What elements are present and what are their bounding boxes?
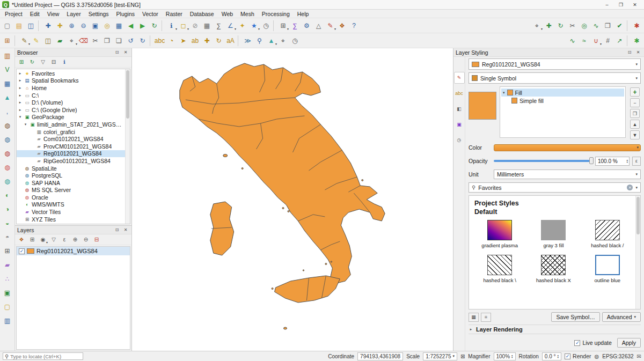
- tab-history[interactable]: ◷: [454, 134, 465, 146]
- float-panel-icon[interactable]: ⊡: [113, 227, 121, 233]
- tab-labels[interactable]: abc: [454, 87, 465, 99]
- unit-dropdown[interactable]: Millimeters ▾: [494, 170, 641, 179]
- close-panel-icon[interactable]: ✕: [122, 227, 129, 233]
- menu-item[interactable]: Settings: [85, 10, 113, 18]
- manage-map-themes[interactable]: ◉: [38, 235, 48, 245]
- zoom-out[interactable]: ⊖: [78, 20, 89, 31]
- move-up-button[interactable]: ▲: [630, 120, 640, 129]
- zoom-to-layer[interactable]: ▦: [113, 20, 125, 31]
- vertex-editor[interactable]: ⌖: [531, 20, 543, 31]
- close-button[interactable]: ✕: [628, 1, 642, 9]
- expander-icon[interactable]: ▸: [18, 108, 23, 112]
- duplicate-symbol-layer-button[interactable]: ❐: [630, 109, 640, 118]
- style-gradient-plasma[interactable]: gradient plasma: [474, 220, 525, 248]
- metasearch[interactable]: ⚲: [254, 35, 265, 46]
- close-panel-icon[interactable]: ✕: [634, 49, 642, 56]
- scale-lock-icon[interactable]: ⊠: [460, 353, 465, 359]
- opacity-slider-handle[interactable]: [589, 157, 594, 164]
- opacity-slider[interactable]: [494, 160, 592, 162]
- layer-labeling[interactable]: abc: [154, 35, 165, 46]
- toggle-editing[interactable]: ✎: [31, 35, 42, 46]
- open-layer-styling[interactable]: ❖: [17, 235, 26, 245]
- render-checkbox[interactable]: ✓: [565, 353, 570, 359]
- expander-icon[interactable]: ▸: [18, 86, 23, 90]
- expander-icon[interactable]: ▾: [23, 122, 28, 127]
- scale-combo[interactable]: 1:7252275 ▾: [423, 352, 457, 360]
- advanced-digitizing-panel[interactable]: #: [602, 35, 613, 46]
- live-update-checkbox[interactable]: ✓: [574, 340, 580, 346]
- browser-item-home[interactable]: ▸ ⌂ Home: [17, 84, 130, 92]
- browser-item-geopackage[interactable]: ▾ ▣ GeoPackage: [17, 114, 130, 121]
- save-layer-edits[interactable]: ◫: [42, 35, 54, 46]
- icon-view-button[interactable]: ▦: [469, 313, 479, 322]
- new-shapefile-layer[interactable]: ▢: [2, 301, 13, 313]
- save-symbol-button[interactable]: Save Symbol…: [551, 312, 599, 322]
- layer-rendering-section[interactable]: ▸ Layer Rendering: [469, 325, 641, 334]
- symbol-tree-fill-row[interactable]: ▾ Fill: [501, 89, 624, 97]
- crs-value[interactable]: EPSG:32632: [602, 353, 633, 359]
- browser-item-wcs[interactable]: ◑ WCS: [17, 223, 130, 224]
- browser-properties[interactable]: ℹ: [60, 57, 69, 67]
- styling-layer-selector[interactable]: Reg01012021_WGS84 ▾: [469, 58, 641, 70]
- menu-item[interactable]: Mesh: [237, 10, 258, 18]
- list-view-button[interactable]: ≡: [481, 313, 491, 322]
- symbol-tree-simple-fill-row[interactable]: Simple fill: [510, 97, 624, 105]
- add-mssql-layer[interactable]: ◍: [2, 148, 13, 159]
- scp-plugin[interactable]: ✱: [631, 20, 642, 31]
- advanced-button[interactable]: Advanced▾: [602, 312, 641, 322]
- expander-icon[interactable]: ▸: [18, 71, 23, 76]
- style-hashed-black-back[interactable]: hashed black \: [474, 255, 525, 283]
- browser-item-gpkg-file[interactable]: ▾ ▣ limiti_admin_STAT_2021_WGS84.gpkg: [17, 121, 130, 128]
- chevron-down-icon[interactable]: ▾: [635, 186, 638, 190]
- zoom-in[interactable]: ⊕: [66, 20, 77, 31]
- filter-by-expression[interactable]: ε: [60, 235, 69, 245]
- browser-refresh[interactable]: ↻: [27, 57, 37, 67]
- locate-box[interactable]: ⚲: [3, 352, 83, 360]
- browser-item-spatialite[interactable]: ◍ SpatiaLite: [17, 165, 130, 172]
- browser-item-mssql[interactable]: ◍ MS SQL Server: [17, 187, 130, 194]
- expander-icon[interactable]: ▾: [18, 115, 23, 119]
- rotate-feature[interactable]: ↻: [555, 20, 566, 31]
- locate-input[interactable]: [10, 353, 81, 359]
- remove-symbol-layer-button[interactable]: −: [630, 98, 640, 107]
- copy-features[interactable]: ❐: [101, 35, 113, 46]
- menu-item[interactable]: Help: [294, 10, 313, 18]
- expander-icon[interactable]: ▸: [18, 93, 23, 98]
- tab-symbology[interactable]: ✎: [454, 72, 465, 84]
- add-wms-layer[interactable]: ◐: [2, 189, 13, 201]
- new-virtual-layer[interactable]: ▥: [2, 315, 13, 327]
- browser-item-spatial-bookmarks[interactable]: ▸ ▤ Spatial Bookmarks: [17, 77, 130, 85]
- snapping-options[interactable]: ∪: [590, 35, 602, 46]
- digitize-with-curve[interactable]: ∿: [567, 35, 578, 46]
- style-hashed-black-x[interactable]: hashed black X: [528, 255, 579, 283]
- add-raster-layer[interactable]: ▦: [2, 78, 13, 90]
- current-edits[interactable]: ✎: [19, 35, 30, 46]
- add-arcgis-rest-layer[interactable]: ◓: [2, 231, 13, 243]
- browser-item-ripgeo[interactable]: ▰ RipGeo01012021_WGS84: [17, 157, 130, 165]
- add-point-cloud-layer[interactable]: ∴: [2, 273, 13, 285]
- new-geopackage-layer[interactable]: ▣: [2, 287, 13, 299]
- merge-features[interactable]: ❐: [602, 20, 613, 31]
- measure[interactable]: ∠: [225, 20, 236, 31]
- rotation-spinbox[interactable]: 0.0 ° ▴▾: [542, 352, 561, 360]
- open-project[interactable]: ▤: [13, 20, 25, 31]
- vertex-tool[interactable]: ⌖: [66, 35, 77, 46]
- spinner-arrows[interactable]: ▴▾: [511, 354, 513, 358]
- menu-item[interactable]: Web: [218, 10, 237, 18]
- live-update-control[interactable]: ✓ Live update: [574, 340, 611, 346]
- zoom-full-extent[interactable]: ▣: [90, 20, 101, 31]
- messages-icon[interactable]: ✉: [637, 353, 641, 359]
- layer-diagram[interactable]: ◔: [166, 35, 177, 46]
- browser-filter[interactable]: ▽: [38, 57, 48, 67]
- undo[interactable]: ↺: [125, 35, 136, 46]
- paste-features[interactable]: ❏: [113, 35, 125, 46]
- browser-item-postgresql[interactable]: ◍ PostgreSQL: [17, 172, 130, 179]
- pan-map[interactable]: ✚: [42, 20, 54, 31]
- stream-digitizing[interactable]: ≈: [579, 35, 590, 46]
- add-wcs-layer[interactable]: ◑: [2, 203, 13, 215]
- browser-item-oracle[interactable]: ◍ Oracle: [17, 194, 130, 201]
- mesh-digitizing[interactable]: ▲: [266, 35, 277, 46]
- minimize-button[interactable]: –: [600, 1, 614, 9]
- pin-labels[interactable]: ➤: [178, 35, 189, 46]
- add-ring[interactable]: ◎: [579, 20, 590, 31]
